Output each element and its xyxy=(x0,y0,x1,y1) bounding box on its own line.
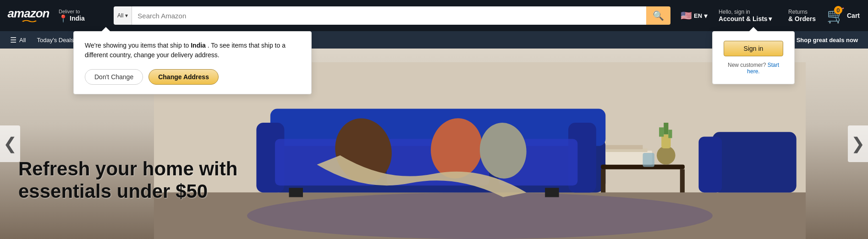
svg-rect-20 xyxy=(605,145,643,149)
svg-rect-7 xyxy=(289,188,303,197)
svg-rect-27 xyxy=(713,132,797,192)
header-right: 🇺🇸 EN ▾ Hello, sign in Account & Lists ▾… xyxy=(678,5,863,26)
carousel-next-icon: ❯ xyxy=(851,134,865,153)
nav-all-button[interactable]: ☰ All xyxy=(5,33,30,47)
nav-item-todays-deals[interactable]: Today's Deals xyxy=(32,34,78,46)
carousel-next-button[interactable]: ❯ xyxy=(848,125,868,162)
svg-rect-15 xyxy=(601,164,685,169)
account-greeting: Hello, sign in xyxy=(719,9,777,15)
svg-rect-26 xyxy=(643,153,654,167)
dont-change-button[interactable]: Don't Change xyxy=(85,69,143,85)
logo-arrow-icon: 〜 xyxy=(21,19,36,24)
search-button[interactable]: 🔍 xyxy=(646,6,670,25)
new-customer-text: New customer? Start here. xyxy=(724,62,783,75)
deliver-location: 📍 India xyxy=(59,14,106,23)
hero-text: Refresh your home with essentials under … xyxy=(18,158,237,202)
signin-button[interactable]: Sign in xyxy=(724,41,783,56)
svg-rect-16 xyxy=(601,169,605,193)
hero-heading-line2: essentials under $50 xyxy=(18,180,208,202)
svg-rect-8 xyxy=(545,188,559,197)
svg-rect-23 xyxy=(659,127,664,136)
delivery-popup: We're showing you items that ship to Ind… xyxy=(73,31,312,94)
orders-label: & Orders xyxy=(788,15,816,22)
lang-chevron-icon: ▾ xyxy=(704,11,708,20)
nav-deals-right[interactable]: Shop great deals now xyxy=(792,34,863,46)
account-lists-label: Account & Lists ▾ xyxy=(719,15,777,22)
search-category-label: All xyxy=(117,12,123,19)
search-category-dropdown[interactable]: All ▾ xyxy=(114,6,132,25)
svg-rect-25 xyxy=(668,130,672,138)
svg-rect-24 xyxy=(664,123,668,134)
svg-point-2 xyxy=(247,192,713,239)
flag-icon: 🇺🇸 xyxy=(681,10,692,21)
language-selector[interactable]: 🇺🇸 EN ▾ xyxy=(678,8,710,23)
svg-rect-21 xyxy=(657,146,676,165)
cart-label: Cart xyxy=(847,12,860,19)
delivery-popup-buttons: Don't Change Change Address xyxy=(85,69,300,85)
language-label: EN xyxy=(694,12,702,19)
hero-heading: Refresh your home with essentials under … xyxy=(18,158,237,202)
hamburger-icon: ☰ xyxy=(10,36,16,44)
deliver-to-section[interactable]: Deliver to 📍 India xyxy=(55,7,110,25)
amazon-logo[interactable]: amazon 〜 xyxy=(5,7,51,24)
account-lists-text: Account & Lists xyxy=(719,15,768,22)
search-input[interactable] xyxy=(132,6,646,25)
nav-all-label: All xyxy=(19,37,26,43)
deliver-label: Deliver to xyxy=(59,9,106,14)
carousel-prev-icon: ❮ xyxy=(3,134,17,153)
chevron-down-icon: ▾ xyxy=(125,12,128,19)
cart-section[interactable]: 🛒 0 Cart xyxy=(824,5,863,26)
deliver-location-text: India xyxy=(70,15,85,22)
account-chevron-icon: ▾ xyxy=(769,15,772,22)
search-bar: All ▾ 🔍 xyxy=(114,6,670,25)
delivery-location: India xyxy=(191,42,206,49)
location-pin-icon: 📍 xyxy=(59,14,68,23)
svg-rect-28 xyxy=(698,137,722,193)
change-address-button[interactable]: Change Address xyxy=(148,69,219,85)
returns-section[interactable]: Returns & Orders xyxy=(786,7,819,24)
signin-popup: Sign in New customer? Start here. xyxy=(712,31,795,84)
returns-label: Returns xyxy=(788,9,816,15)
delivery-popup-text: We're showing you items that ship to Ind… xyxy=(85,41,300,60)
hero-heading-line1: Refresh your home with xyxy=(18,158,237,179)
carousel-prev-button[interactable]: ❮ xyxy=(0,125,20,162)
header: amazon 〜 Deliver to 📍 India All ▾ 🔍 🇺🇸 E… xyxy=(0,0,868,31)
cart-count: 0 xyxy=(834,6,842,14)
account-section[interactable]: Hello, sign in Account & Lists ▾ xyxy=(716,7,780,24)
search-icon: 🔍 xyxy=(653,10,664,21)
svg-rect-17 xyxy=(680,169,685,193)
